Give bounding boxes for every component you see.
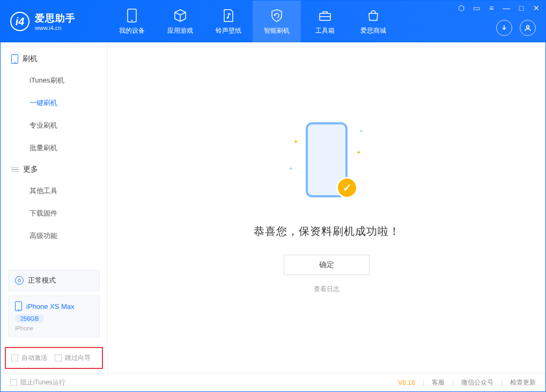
success-illustration: ✦ + + ✦ ✓	[289, 122, 364, 208]
logo-area: i4 爱思助手 www.i4.cn	[1, 12, 108, 31]
shirt-icon[interactable]: ⬡	[456, 4, 466, 12]
body-area: 刷机 iTunes刷机 一键刷机 专业刷机 批量刷机 更多 其他工具 下载固件 …	[1, 42, 545, 373]
app-name: 爱思助手	[35, 12, 76, 25]
close-button[interactable]: ✕	[532, 4, 541, 12]
tab-apps-games[interactable]: 应用游戏	[156, 1, 204, 42]
header-right-buttons	[496, 20, 536, 36]
device-name: iPhone XS Max	[26, 302, 75, 310]
svg-point-1	[131, 19, 132, 20]
minimize-button[interactable]: ―	[501, 4, 511, 12]
tab-label: 爱思商城	[360, 26, 386, 35]
bottom-options-highlight: 自动激活 跳过向导	[5, 347, 103, 369]
sidebar-group-flash: 刷机	[1, 49, 107, 69]
checkbox-icon	[55, 354, 62, 361]
view-log-link[interactable]: 查看日志	[314, 285, 340, 294]
tab-label: 工具箱	[315, 26, 335, 35]
toolbox-icon	[318, 8, 333, 23]
checkbox-icon	[11, 354, 18, 361]
titlebar: i4 爱思助手 www.i4.cn 我的设备 应用游戏	[1, 1, 545, 42]
shield-refresh-icon	[269, 8, 284, 23]
status-link-wechat[interactable]: 微信公众号	[461, 378, 493, 387]
checkbox-label: 跳过向导	[65, 353, 91, 363]
tab-label: 智能刷机	[264, 26, 290, 35]
app-window: i4 爱思助手 www.i4.cn 我的设备 应用游戏	[0, 0, 546, 392]
sparkle-icon: +	[360, 128, 363, 134]
tab-label: 铃声壁纸	[216, 26, 241, 35]
sidebar-item-advanced[interactable]: 高级功能	[1, 225, 107, 247]
svg-point-2	[227, 17, 229, 19]
logo-text: 爱思助手 www.i4.cn	[35, 12, 76, 31]
check-badge-icon: ✓	[336, 177, 358, 198]
version-text: V8.16	[398, 379, 415, 387]
list-icon	[11, 167, 19, 172]
checkbox-block-itunes[interactable]: 阻止iTunes运行	[10, 378, 65, 387]
download-button[interactable]	[496, 20, 512, 36]
main-content: ✦ + + ✦ ✓ 恭喜您，保资料刷机成功啦！ 确定 查看日志	[108, 42, 545, 373]
sidebar-item-onekey-flash[interactable]: 一键刷机	[1, 92, 107, 114]
tab-ringtone-wallpaper[interactable]: 铃声壁纸	[204, 1, 253, 42]
music-file-icon	[221, 8, 236, 23]
phone-icon	[11, 54, 18, 64]
device-icon	[124, 8, 139, 23]
bag-icon	[366, 8, 381, 23]
sparkle-icon: +	[289, 165, 292, 172]
device-mode-box[interactable]: 正常模式	[8, 270, 100, 291]
checkbox-label: 自动激活	[21, 353, 47, 363]
checkbox-icon	[10, 379, 17, 386]
phone-icon	[15, 301, 22, 311]
sidebar-item-pro-flash[interactable]: 专业刷机	[1, 114, 107, 137]
device-type: iPhone	[15, 325, 93, 331]
ok-button[interactable]: 确定	[284, 255, 370, 275]
sparkle-icon: ✦	[356, 149, 361, 156]
statusbar: 阻止iTunes运行 V8.16 | 客服 | 微信公众号 | 检查更新	[1, 373, 545, 391]
maximize-button[interactable]: □	[517, 4, 526, 12]
nav-tabs: 我的设备 应用游戏 铃声壁纸 智能刷机	[108, 1, 397, 42]
sidebar-item-download-firmware[interactable]: 下载固件	[1, 202, 107, 225]
tab-my-device[interactable]: 我的设备	[108, 1, 156, 42]
tab-label: 应用游戏	[167, 26, 193, 35]
group-title: 更多	[23, 165, 38, 174]
sidebar: 刷机 iTunes刷机 一键刷机 专业刷机 批量刷机 更多 其他工具 下载固件 …	[1, 42, 108, 373]
tab-label: 我的设备	[119, 26, 145, 35]
group-title: 刷机	[23, 54, 38, 64]
success-message: 恭喜您，保资料刷机成功啦！	[254, 224, 400, 239]
tab-store[interactable]: 爱思商城	[349, 1, 397, 42]
cube-icon	[173, 8, 188, 23]
status-link-support[interactable]: 客服	[432, 378, 445, 387]
sidebar-item-itunes-flash[interactable]: iTunes刷机	[1, 69, 107, 92]
mode-icon	[15, 276, 24, 285]
tab-smart-flash[interactable]: 智能刷机	[253, 1, 301, 42]
svg-point-4	[527, 26, 529, 28]
checkbox-auto-activate[interactable]: 自动激活	[11, 353, 47, 363]
app-logo-icon: i4	[10, 12, 29, 31]
sidebar-item-other-tools[interactable]: 其他工具	[1, 180, 107, 202]
checkbox-skip-guide[interactable]: 跳过向导	[55, 353, 91, 363]
device-info-box[interactable]: iPhone XS Max 256GB iPhone	[8, 295, 100, 337]
device-mode: 正常模式	[28, 276, 56, 285]
checkbox-label: 阻止iTunes运行	[20, 378, 65, 387]
device-capacity-badge: 256GB	[15, 314, 44, 323]
app-url: www.i4.cn	[35, 25, 76, 31]
status-link-update[interactable]: 检查更新	[510, 378, 536, 387]
tab-toolbox[interactable]: 工具箱	[301, 1, 349, 42]
sparkle-icon: ✦	[293, 138, 298, 145]
user-button[interactable]	[520, 20, 536, 36]
note-icon[interactable]: ▭	[471, 4, 481, 12]
sidebar-item-batch-flash[interactable]: 批量刷机	[1, 137, 107, 159]
window-controls: ⬡ ▭ ≡ ― □ ✕	[456, 4, 541, 12]
sidebar-group-more: 更多	[1, 159, 107, 180]
menu-icon[interactable]: ≡	[486, 4, 496, 12]
